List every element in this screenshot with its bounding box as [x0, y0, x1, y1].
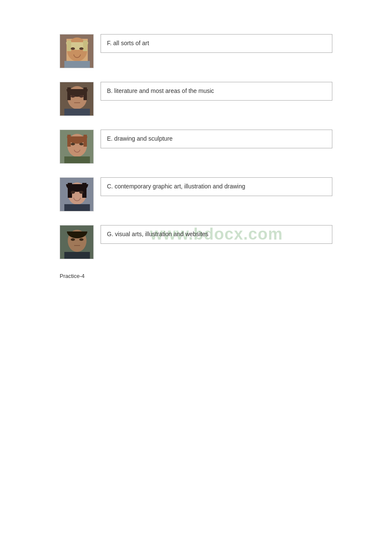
practice-label: Practice-4: [60, 273, 332, 279]
main-container: F. all sorts of art B. literature and mo…: [0, 0, 392, 296]
answer-box-g: www.bdocx.com G. visual arts, illustrati…: [101, 225, 332, 244]
answer-box-e: E. drawing and sculpture: [101, 130, 332, 148]
answer-text-e: E. drawing and sculpture: [107, 135, 173, 143]
avatar-e: [60, 130, 94, 164]
answer-text-c: C. contemporary graphic art, illustratio…: [107, 182, 245, 191]
answer-item-e: E. drawing and sculpture: [60, 130, 332, 164]
avatar-c: [60, 177, 94, 211]
avatar-f: [60, 34, 94, 68]
answer-text-f: F. all sorts of art: [107, 39, 149, 48]
answer-item-c: C. contemporary graphic art, illustratio…: [60, 177, 332, 211]
answer-item-g: www.bdocx.com G. visual arts, illustrati…: [60, 225, 332, 259]
answer-box-b: B. literature and most areas of the musi…: [101, 82, 332, 101]
answer-text-b: B. literature and most areas of the musi…: [107, 87, 214, 95]
answer-text-g: G. visual arts, illustration and website…: [107, 230, 208, 239]
answer-box-c: C. contemporary graphic art, illustratio…: [101, 177, 332, 196]
answer-box-f: F. all sorts of art: [101, 34, 332, 53]
avatar-g: [60, 225, 94, 259]
avatar-b: [60, 82, 94, 116]
answer-item-b: B. literature and most areas of the musi…: [60, 82, 332, 116]
answer-item-f: F. all sorts of art: [60, 34, 332, 68]
